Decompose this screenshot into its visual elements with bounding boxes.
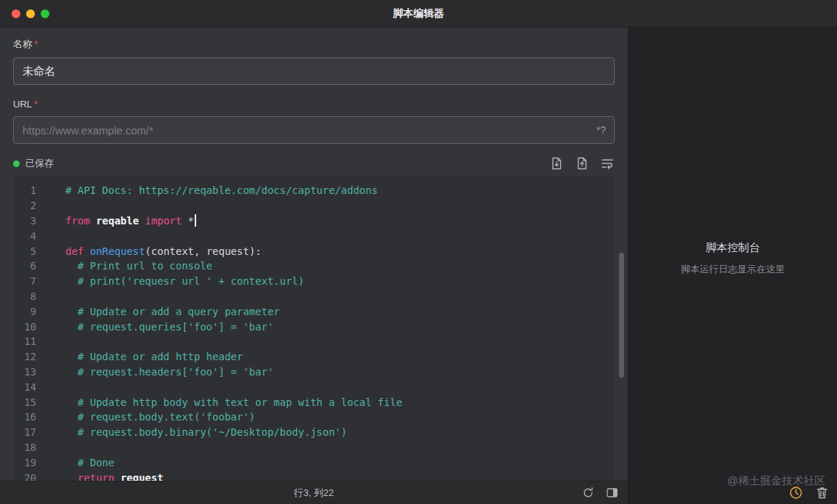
code-token: # Update or add http header <box>65 351 243 362</box>
name-input[interactable] <box>13 57 615 85</box>
code-line[interactable]: 13 # request.headers['foo'] = 'bar' <box>13 365 614 380</box>
code-line[interactable]: 7 # print('requesr url ' + context.url) <box>13 274 614 289</box>
code-text: # request.headers['foo'] = 'bar' <box>45 366 274 378</box>
line-number: 19 <box>13 457 45 468</box>
zoom-button[interactable] <box>41 9 49 18</box>
line-number: 12 <box>13 351 45 362</box>
line-number: 3 <box>13 215 45 227</box>
code-token <box>114 472 120 481</box>
panel-toggle-icon[interactable] <box>605 486 619 500</box>
code-token: # API Docs: https://reqable.com/docs/cap… <box>65 184 378 196</box>
code-text: def onRequest(context, request): <box>45 245 262 257</box>
code-token: request <box>121 472 163 481</box>
window-content: 名称* URL* *? 已保存 <box>0 28 837 504</box>
line-number: 17 <box>13 426 45 438</box>
code-text: from reqable import * <box>45 214 196 227</box>
url-label-text: URL <box>13 99 32 110</box>
traffic-lights <box>0 9 49 18</box>
code-text: # Done <box>45 457 114 468</box>
minimize-button[interactable] <box>26 9 35 18</box>
line-number: 2 <box>13 200 45 211</box>
word-wrap-icon[interactable] <box>600 156 615 171</box>
line-number: 9 <box>13 306 45 317</box>
editor-toolbar-row: 已保存 <box>13 156 615 171</box>
code-line[interactable]: 17 # request.body.binary('~/Desktop/body… <box>13 425 614 440</box>
code-line[interactable]: 3from reqable import * <box>13 214 614 229</box>
code-line[interactable]: 4 <box>13 228 614 243</box>
code-line[interactable]: 9 # Update or add a query parameter <box>13 304 614 319</box>
code-line[interactable]: 14 <box>13 379 614 394</box>
reset-script-icon[interactable] <box>581 486 595 500</box>
code-lines: 1# API Docs: https://reqable.com/docs/ca… <box>13 183 614 481</box>
code-token: * <box>182 215 194 227</box>
code-line[interactable]: 11 <box>13 334 614 349</box>
code-text: # request.queries['foo'] = 'bar' <box>45 321 274 333</box>
code-token: (context, request): <box>145 245 262 257</box>
code-token: onRequest <box>90 245 145 257</box>
name-input-wrap <box>13 57 615 85</box>
saved-status-label: 已保存 <box>25 157 54 170</box>
line-number: 5 <box>13 245 45 257</box>
close-button[interactable] <box>12 9 20 18</box>
editor-toolbar <box>549 156 615 171</box>
file-export-icon[interactable] <box>575 156 589 171</box>
file-import-icon[interactable] <box>549 156 564 171</box>
code-token <box>84 245 89 257</box>
code-line[interactable]: 20 return request <box>13 470 614 481</box>
console-pane: 脚本控制台 脚本运行日志显示在这里 @稀土掘金技术社区 <box>628 28 837 504</box>
code-text: # Update or add a query parameter <box>45 306 280 317</box>
cursor-position-label: 行3, 列22 <box>0 487 628 500</box>
code-token: reqable <box>96 215 139 227</box>
code-line[interactable]: 10 # request.queries['foo'] = 'bar' <box>13 319 614 334</box>
code-line[interactable]: 2 <box>13 198 614 214</box>
code-line[interactable]: 6 # Print url to console <box>13 259 614 274</box>
script-editor-window: 脚本编辑器 名称* URL* *? 已保存 <box>0 0 837 504</box>
code-text: # request.body.text('foobar') <box>45 411 255 423</box>
code-token: def <box>65 245 84 257</box>
name-required-mark: * <box>34 38 38 49</box>
code-line[interactable]: 1# API Docs: https://reqable.com/docs/ca… <box>13 183 614 198</box>
code-token: # print('requesr url ' + context.url) <box>65 275 304 287</box>
script-form: 名称* URL* *? 已保存 <box>0 28 628 171</box>
line-number: 13 <box>13 366 45 378</box>
editor-statusbar: 行3, 列22 <box>0 481 628 504</box>
clear-console-trash-icon[interactable] <box>814 485 830 500</box>
console-actions <box>788 485 830 500</box>
line-number: 10 <box>13 321 45 333</box>
line-number: 1 <box>13 184 45 196</box>
name-label: 名称* <box>13 38 615 51</box>
code-text: # request.body.binary('~/Desktop/body.js… <box>45 426 347 438</box>
line-number: 16 <box>13 411 45 423</box>
code-text: # Print url to console <box>45 260 212 272</box>
console-subtitle: 脚本运行日志显示在这里 <box>681 263 785 276</box>
console-title: 脚本控制台 <box>705 241 760 255</box>
code-line[interactable]: 12 # Update or add http header <box>13 349 614 365</box>
code-text: # print('requesr url ' + context.url) <box>45 275 304 287</box>
editor-scrollbar-thumb[interactable] <box>619 253 624 378</box>
url-label: URL* <box>13 99 615 110</box>
code-line[interactable]: 15 # Update http body with text or map w… <box>13 394 614 410</box>
url-input[interactable] <box>13 116 615 144</box>
name-label-text: 名称 <box>13 38 32 49</box>
line-number: 7 <box>13 275 45 287</box>
code-token: import <box>145 215 182 227</box>
line-number: 20 <box>13 472 45 481</box>
code-token: # Print url to console <box>65 260 212 272</box>
code-token <box>90 215 96 227</box>
editor-scrollbar[interactable] <box>619 176 624 481</box>
history-clock-icon[interactable] <box>788 485 804 500</box>
code-line[interactable]: 16 # request.body.text('foobar') <box>13 410 614 425</box>
editor-pane: 名称* URL* *? 已保存 <box>0 28 628 504</box>
url-pattern-hint[interactable]: *? <box>597 124 606 136</box>
code-line[interactable]: 18 <box>13 440 614 455</box>
code-line[interactable]: 5def onRequest(context, request): <box>13 243 614 259</box>
code-line[interactable]: 8 <box>13 289 614 304</box>
save-status: 已保存 <box>13 157 54 170</box>
text-cursor <box>195 214 196 227</box>
code-line[interactable]: 19 # Done <box>13 455 614 470</box>
code-token: # request.body.text('foobar') <box>65 411 255 423</box>
url-required-mark: * <box>34 99 38 110</box>
titlebar: 脚本编辑器 <box>0 0 837 28</box>
code-editor[interactable]: 1# API Docs: https://reqable.com/docs/ca… <box>13 176 614 481</box>
line-number: 8 <box>13 290 45 302</box>
